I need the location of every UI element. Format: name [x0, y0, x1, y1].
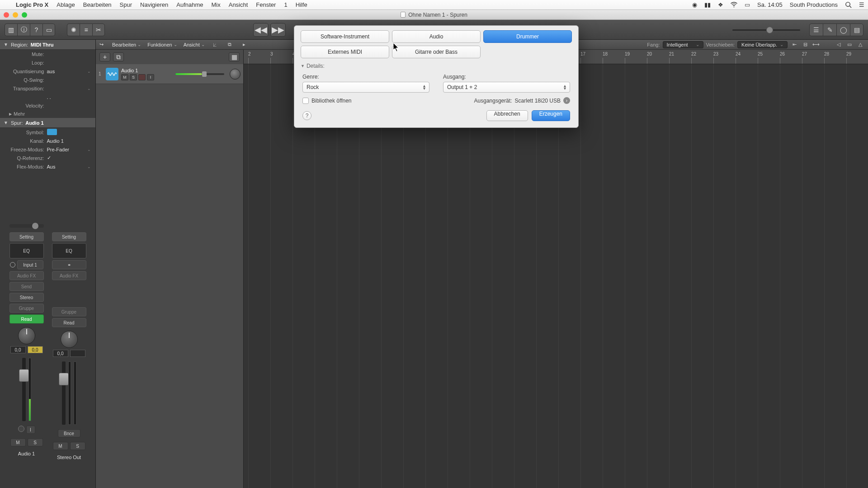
drag-mode-select[interactable]: Keine Überlapp. — [737, 41, 788, 48]
menu-mix[interactable]: Mix — [208, 1, 225, 8]
tab-external-midi[interactable]: Externes MIDI — [301, 46, 389, 58]
catch-playhead-icon[interactable]: ↪ — [99, 42, 106, 48]
output-select[interactable]: Output 1 + 2▴▾ — [443, 82, 570, 93]
status-dropbox-icon[interactable]: ❖ — [714, 1, 727, 8]
notepad-button[interactable]: ✎ — [823, 23, 836, 36]
list-editors-button[interactable]: ☰ — [809, 23, 823, 36]
forward-button[interactable]: ▶▶ — [270, 23, 286, 37]
link-slot[interactable]: ⚭ — [52, 260, 86, 269]
app-name[interactable]: Logic Pro X — [12, 1, 52, 8]
region-header[interactable]: ▼ Region: MIDI Thru — [0, 40, 95, 50]
tool-2-icon[interactable]: ⊟ — [801, 41, 809, 49]
group-slot[interactable]: Gruppe — [9, 304, 44, 313]
audiofx-slot[interactable]: Audio FX — [52, 271, 86, 280]
eq-slot[interactable]: EQ — [52, 243, 86, 258]
automation-mode[interactable]: Read — [52, 318, 86, 327]
window-zoom-button[interactable] — [22, 12, 27, 18]
automation-mode[interactable]: Read — [9, 314, 44, 324]
track-mute[interactable]: M — [121, 74, 128, 80]
tool-1-icon[interactable]: ⇤ — [790, 41, 798, 49]
smart-controls-button[interactable]: ✺ — [67, 23, 80, 36]
param-quantize[interactable]: Quantisierungaus⌄ — [0, 67, 95, 75]
fader[interactable] — [9, 358, 44, 421]
param-more[interactable]: Mehr — [0, 110, 95, 118]
global-tracks-button[interactable]: ▦ — [229, 52, 240, 61]
loops-button[interactable]: ◯ — [836, 23, 850, 36]
setting-slot[interactable]: Setting — [52, 232, 86, 241]
automation-toggle-icon[interactable]: ⟀ — [211, 41, 219, 49]
track-solo[interactable]: S — [130, 74, 137, 80]
pan-value-r[interactable]: 0,0 — [28, 346, 43, 353]
param-mute[interactable]: Mute: — [0, 50, 95, 58]
tab-software-instrument[interactable]: Software-Instrument — [301, 30, 389, 43]
status-clock[interactable]: Sa. 14:05 — [754, 1, 786, 8]
menu-navigieren[interactable]: Navigieren — [136, 1, 172, 8]
param-channel[interactable]: Kanal:Audio 1 — [0, 136, 95, 145]
eq-slot[interactable]: EQ — [9, 243, 44, 258]
menu-screenset-1[interactable]: 1 — [280, 1, 291, 8]
tab-guitar-bass[interactable]: Gitarre oder Bass — [392, 46, 481, 58]
tab-audio[interactable]: Audio — [392, 30, 481, 43]
track-row-1[interactable]: 1 Audio 1 M S I — [96, 64, 243, 84]
param-velocity[interactable]: Velocity: — [0, 101, 95, 110]
genre-select[interactable]: Rock▴▾ — [302, 82, 429, 93]
flex-toggle-icon[interactable]: ⧉ — [226, 41, 234, 49]
edit-menu[interactable]: Bearbeiten — [112, 42, 141, 47]
tab-drummer[interactable]: Drummer — [483, 30, 572, 43]
window-close-button[interactable] — [4, 12, 9, 18]
param-flex[interactable]: Flex-Modus:Aus⌄ — [0, 162, 95, 171]
mute-button[interactable]: M — [10, 438, 26, 446]
output-slot[interactable]: Stereo — [9, 293, 44, 302]
solo-button[interactable]: S — [70, 442, 85, 450]
library-button[interactable]: ▥ — [5, 23, 17, 36]
inspector-button[interactable]: ⓘ — [17, 23, 30, 36]
add-track-button[interactable]: + — [99, 52, 110, 61]
window-minimize-button[interactable] — [13, 12, 18, 18]
menu-fenster[interactable]: Fenster — [252, 1, 280, 8]
mute-button[interactable]: M — [53, 442, 68, 450]
status-wifi-icon[interactable] — [727, 1, 741, 8]
bounce-button[interactable]: Bnce — [58, 429, 80, 437]
pan-knob[interactable] — [18, 327, 35, 344]
menu-aufnahme[interactable]: Aufnahme — [172, 1, 207, 8]
cancel-button[interactable]: Abbrechen — [486, 110, 528, 121]
mixer-button[interactable]: ≡ — [80, 23, 92, 36]
param-loop[interactable]: Loop: — [0, 58, 95, 67]
menu-spur[interactable]: Spur — [116, 1, 136, 8]
zoom-v-icon[interactable]: △ — [856, 41, 864, 49]
param-finetune[interactable]: . . — [0, 93, 95, 101]
create-button[interactable]: Erzeugen — [532, 110, 570, 121]
browser-button[interactable]: ▤ — [850, 23, 863, 36]
pointer-tool-icon[interactable]: ▸ — [240, 41, 248, 49]
level-value[interactable]: 0,0 — [53, 350, 68, 357]
info-icon[interactable]: › — [563, 97, 570, 104]
audiofx-slot[interactable]: Audio FX — [9, 271, 44, 280]
track-pan-knob[interactable] — [230, 69, 241, 80]
param-freeze[interactable]: Freeze-Modus:Pre-Fader⌄ — [0, 145, 95, 154]
track-volume-slider[interactable] — [175, 73, 224, 75]
balance-knob[interactable] — [61, 331, 78, 348]
master-volume-slider[interactable] — [732, 25, 800, 35]
help-button[interactable]: ? — [302, 111, 311, 120]
solo-button[interactable]: S — [28, 438, 43, 446]
snap-select[interactable]: Intelligent — [663, 41, 703, 48]
send-slot[interactable]: Send — [9, 282, 44, 291]
view-menu[interactable]: Ansicht — [184, 42, 205, 47]
zoom-icon[interactable]: ▭ — [845, 41, 854, 49]
tool-3-icon[interactable]: ⟷ — [812, 41, 820, 49]
fader[interactable] — [52, 361, 86, 425]
param-symbol[interactable]: Symbol: — [0, 128, 95, 136]
track-record[interactable] — [138, 74, 146, 80]
gain-slider[interactable] — [9, 224, 44, 228]
track-name[interactable]: Audio 1 — [121, 68, 170, 73]
status-spotlight-icon[interactable] — [841, 1, 855, 8]
rewind-button[interactable]: ◀◀ — [253, 23, 269, 37]
menu-ablage[interactable]: Ablage — [52, 1, 79, 8]
record-enable[interactable] — [18, 426, 24, 432]
track-icon[interactable] — [106, 68, 118, 80]
toolbar-button[interactable]: ▭ — [42, 23, 55, 36]
menu-bearbeiten[interactable]: Bearbeiten — [79, 1, 116, 8]
status-display-icon[interactable]: ▭ — [741, 1, 754, 8]
param-transpose[interactable]: Transposition:⌄ — [0, 84, 95, 93]
details-disclosure[interactable]: Details: — [294, 61, 578, 71]
